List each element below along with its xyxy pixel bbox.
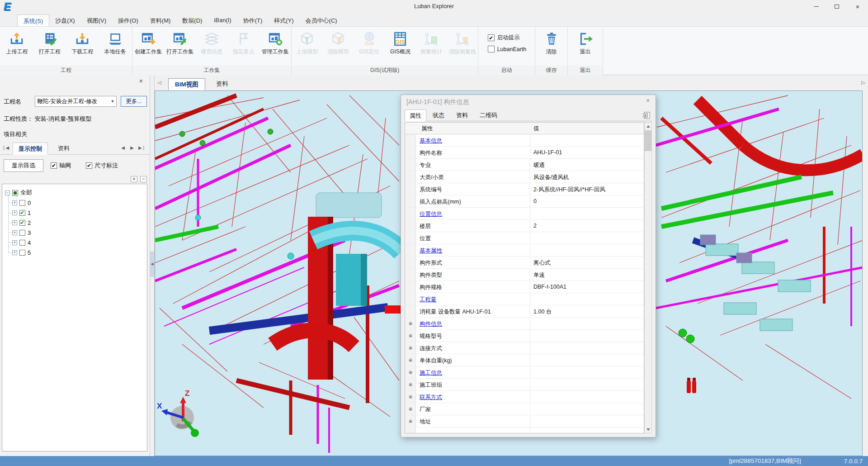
ribbon-checkbox[interactable]: LubanEarth [488, 46, 527, 52]
dialog-tab[interactable]: 状态 [428, 109, 449, 121]
sidebar-tab[interactable]: 显示控制 [13, 143, 48, 155]
ribbon-button[interactable]: 清除测量线 [447, 29, 478, 56]
sidebar-checkbox[interactable]: ✔ 轴网 [51, 162, 71, 170]
export-excel-icon[interactable]: X [642, 111, 651, 120]
tree-checkbox-icon[interactable] [19, 220, 25, 226]
splitter-collapse-handle[interactable]: ◀ [150, 252, 154, 277]
scroll-up-icon[interactable] [645, 123, 651, 130]
property-row[interactable]: ※ 连接方式 [405, 342, 644, 354]
document-tab[interactable]: 资料 [210, 78, 235, 90]
more-button[interactable]: 更多... [121, 96, 147, 107]
tree-expander-icon[interactable]: + [12, 210, 17, 215]
tree-checkbox-icon[interactable] [19, 240, 25, 246]
tree-item[interactable]: + 4 [12, 238, 31, 247]
tree-item[interactable]: − 全部 [5, 188, 32, 198]
tab-scroll-last-icon[interactable]: ▶❘ [138, 145, 146, 150]
tree-item[interactable]: + 5 [12, 247, 31, 257]
tree-expander-icon[interactable]: + [12, 220, 17, 225]
dialog-tab[interactable]: 二维码 [475, 109, 502, 121]
property-row[interactable]: ※ 地址 [405, 415, 644, 428]
property-row[interactable]: 构件名称 AHU-1F-01 [405, 147, 644, 159]
menu-item[interactable]: 样式(Y) [268, 14, 299, 26]
property-row[interactable]: 插入点标高(mm) 0 [405, 195, 644, 208]
property-row[interactable]: ※ 联系方式 [405, 391, 644, 403]
tab-scroll-right-icon[interactable]: ▶ [130, 145, 134, 150]
property-row[interactable]: 楼层 2 [405, 220, 644, 232]
scroll-down-icon[interactable] [645, 426, 651, 433]
property-row[interactable]: 大类/小类 风设备/通风机 [405, 171, 644, 183]
ribbon-button[interactable]: 管理工作集 [259, 29, 291, 56]
tree-expander-icon[interactable]: + [12, 230, 17, 235]
tree-item[interactable]: + 3 [12, 228, 31, 238]
tree-expander-icon[interactable]: + [12, 250, 17, 255]
sidebar-close-button[interactable]: × [137, 77, 145, 85]
document-tab[interactable]: BIM视图 [168, 78, 205, 90]
property-row[interactable]: 基本信息 [405, 134, 644, 147]
doc-tab-scroll-left-icon[interactable]: ◁ [157, 80, 161, 86]
tab-scroll-first-icon[interactable]: ❘◀ [2, 145, 9, 150]
tree-checkbox-icon[interactable] [19, 250, 25, 256]
tree-checkbox-icon[interactable] [19, 210, 25, 216]
tree-expander-icon[interactable]: + [12, 240, 17, 245]
ribbon-button[interactable]: 创建工作集 [132, 29, 164, 56]
ribbon-button[interactable]: 上传模型 [292, 29, 323, 56]
ribbon-button[interactable]: GIS GIS定位 [354, 29, 385, 56]
menu-item[interactable]: 资料(M) [144, 14, 177, 26]
property-row[interactable]: 构件规格 DBF-I-100A1 [405, 281, 644, 293]
ribbon-button[interactable]: GIS GIS概况 [385, 29, 416, 56]
menu-item[interactable]: 会员中心(C) [300, 14, 343, 26]
ribbon-button[interactable]: 清除 [536, 29, 567, 56]
ribbon-button[interactable]: 本地任务 [99, 29, 131, 56]
maximize-button[interactable] [826, 0, 847, 13]
menu-item[interactable]: 协作(T) [237, 14, 269, 26]
tree-checkbox-icon[interactable] [12, 190, 18, 196]
tree-expander-icon[interactable]: − [5, 190, 10, 195]
property-row[interactable]: 基本属性 [405, 244, 644, 257]
tree-expand-all-button[interactable]: + [131, 176, 137, 182]
property-row[interactable]: ※ 施工信息 [405, 366, 644, 379]
menu-item[interactable]: 系统(S) [17, 14, 49, 26]
tree-item[interactable]: + 1 [12, 208, 31, 218]
ribbon-button[interactable]: 退出 [570, 29, 601, 56]
tree-expander-icon[interactable]: + [12, 200, 17, 205]
dialog-scrollbar[interactable] [644, 122, 652, 433]
display-filter-button[interactable]: 显示筛选 [4, 159, 43, 172]
property-row[interactable]: ※ 施工班组 [405, 379, 644, 391]
dialog-close-button[interactable]: × [644, 97, 652, 105]
menu-item[interactable]: 数据(D) [176, 14, 208, 26]
sidebar-tab[interactable]: 资料 [52, 143, 75, 155]
scrollbar-thumb[interactable] [645, 130, 651, 151]
ribbon-button[interactable]: 上传工程 [1, 29, 33, 56]
ribbon-button[interactable]: 指定基点 [228, 29, 259, 56]
menu-item[interactable]: 沙盘(X) [49, 14, 80, 26]
property-row[interactable]: 专业 暖通 [405, 159, 644, 171]
bim-3d-viewport[interactable]: Z X [155, 90, 863, 456]
dialog-tab[interactable]: 资料 [452, 109, 472, 121]
panel-splitter[interactable]: ◀ [150, 75, 155, 456]
property-row[interactable]: 位置信息 [405, 208, 644, 220]
project-related-label[interactable]: 项目相关 [4, 130, 27, 138]
ribbon-button[interactable]: 楼层信息 [196, 29, 227, 56]
property-row[interactable]: 位置 [405, 232, 644, 244]
minimize-button[interactable] [806, 0, 826, 13]
property-row[interactable]: ※ 构件信息 [405, 318, 644, 330]
sidebar-checkbox[interactable]: ✔ 尺寸标注 [86, 162, 118, 170]
menu-item[interactable]: 操作(O) [112, 14, 144, 26]
property-row[interactable]: ※ 规格型号 [405, 330, 644, 342]
doc-tab-scroll-right-icon[interactable]: ▷ [862, 80, 865, 86]
menu-item[interactable]: iBan(I) [208, 14, 237, 26]
property-row[interactable]: 工程量 [405, 293, 644, 305]
tree-checkbox-icon[interactable] [19, 200, 25, 206]
ribbon-button[interactable]: 打开工作集 [164, 29, 196, 56]
property-row[interactable]: ※ 单体自重(kg) [405, 354, 644, 366]
ribbon-button[interactable]: 打开工程 [34, 29, 66, 56]
ribbon-button[interactable]: 下载工程 [66, 29, 98, 56]
property-row[interactable]: 构件类型 单速 [405, 269, 644, 281]
tree-item[interactable]: + 0 [12, 198, 31, 208]
ribbon-button[interactable]: 清除模型 [323, 29, 354, 56]
tab-scroll-left-icon[interactable]: ◀ [121, 145, 125, 150]
property-row[interactable]: 构件形式 离心式 [405, 257, 644, 269]
menu-item[interactable]: 视图(V) [81, 14, 112, 26]
tree-collapse-all-button[interactable]: − [140, 176, 147, 182]
close-button[interactable]: × [847, 0, 868, 13]
